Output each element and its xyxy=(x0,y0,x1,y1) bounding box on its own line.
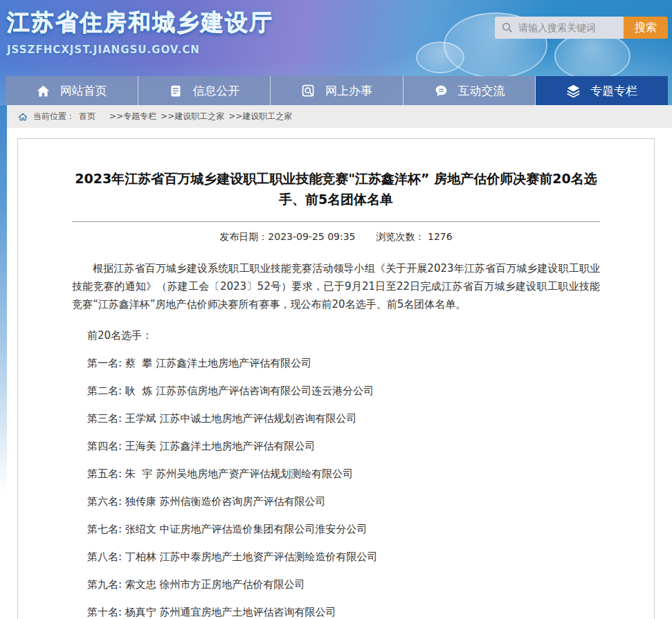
nav-item-label: 网上办事 xyxy=(325,83,372,99)
nav-item-label: 互动交流 xyxy=(458,83,505,99)
rank-item: 第二名: 耿 炼 江苏苏信房地产评估咨询有限公司连云港分公司 xyxy=(72,386,600,396)
nav-item-special-columns[interactable]: 专题专栏 xyxy=(536,76,668,105)
article-card: 2023年江苏省百万城乡建设职工职业技能竞赛"江苏鑫洋杯” 房地产估价师决赛前2… xyxy=(17,138,655,619)
search-icon xyxy=(501,21,514,34)
rank-item: 第八名: 丁柏林 江苏中泰房地产土地资产评估测绘造价有限公司 xyxy=(72,552,600,562)
chat-icon xyxy=(434,84,448,98)
nav-item-label: 网站首页 xyxy=(60,83,107,99)
search-bar: 搜索 xyxy=(495,17,668,39)
rank-item: 第四名: 王海美 江苏鑫洋土地房地产评估有限公司 xyxy=(72,441,600,452)
page: 江苏省住房和城乡建设厅 JSSZFHCXJST.JIANGSU.GOV.CN 搜… xyxy=(0,0,672,619)
rank-item: 第九名: 索文忠 徐州市方正房地产估价有限公司 xyxy=(72,580,600,590)
article-paragraph: 根据江苏省百万城乡建设系统职工职业技能竞赛活动领导小组《关于开展2023年江苏省… xyxy=(72,259,600,313)
rank-item: 第七名: 张绍文 中证房地产评估造价集团有限公司淮安分公司 xyxy=(72,524,600,535)
rank-item: 第一名: 蔡 攀 江苏鑫洋土地房地产评估有限公司 xyxy=(72,358,600,369)
nav-item-label: 信息公开 xyxy=(192,83,239,99)
left-accent-stripe xyxy=(0,105,7,513)
brand: 江苏省住房和城乡建设厅 JSSZFHCXJST.JIANGSU.GOV.CN xyxy=(7,7,273,56)
breadcrumb-item-workers-home[interactable]: >>建设职工之家 xyxy=(161,111,224,122)
nav-item-online-service[interactable]: 网上办事 xyxy=(271,76,403,105)
breadcrumb-item-special-columns[interactable]: >>专题专栏 xyxy=(109,111,156,122)
nav-item-label: 专题专栏 xyxy=(590,83,637,99)
rank-item: 第十名: 杨真宁 苏州通宜房地产土地评估咨询有限公司 xyxy=(72,607,600,618)
nav-item-info-disclosure[interactable]: 信息公开 xyxy=(138,76,271,105)
views-label: 浏览次数： xyxy=(376,231,425,242)
site-header: 江苏省住房和城乡建设厅 JSSZFHCXJST.JIANGSU.GOV.CN 搜… xyxy=(0,0,672,105)
views-value: 1276 xyxy=(428,231,453,242)
publish-date-value: 2023-09-25 09:35 xyxy=(268,231,355,242)
breadcrumb: 当前位置： 首页 >>专题专栏 >>建设职工之家 >>建设职工之家 xyxy=(0,105,672,128)
breadcrumb-item-workers-home-2[interactable]: >>建设职工之家 xyxy=(228,111,292,122)
online-service-icon xyxy=(301,84,316,98)
rank-item: 第六名: 独传康 苏州信衡造价咨询房产评估有限公司 xyxy=(72,497,600,507)
breadcrumb-home-icon xyxy=(18,112,28,122)
site-url: JSSZFHCXJST.JIANGSU.GOV.CN xyxy=(7,44,273,56)
search-input-wrap xyxy=(495,17,624,39)
layers-icon xyxy=(566,84,581,98)
rank-item: 第三名: 王学斌 江苏中诚土地房地产评估规划咨询有限公司 xyxy=(72,414,600,424)
publish-date-label: 发布日期： xyxy=(219,231,268,242)
nav-item-home[interactable]: 网站首页 xyxy=(6,76,138,105)
search-input[interactable] xyxy=(495,17,624,39)
site-title: 江苏省住房和城乡建设厅 xyxy=(7,7,273,38)
building-dome-decor xyxy=(416,41,464,73)
breadcrumb-item-home[interactable]: 首页 xyxy=(79,111,96,122)
home-icon xyxy=(36,84,51,98)
rank-item: 第五名: 朱 宇 苏州吴地房地产资产评估规划测绘有限公司 xyxy=(72,469,600,479)
nav-item-interaction[interactable]: 互动交流 xyxy=(403,76,536,105)
building-dome-decor xyxy=(554,32,630,80)
article-meta: 发布日期：2023-09-25 09:35浏览次数： 1276 xyxy=(72,231,600,243)
title-divider xyxy=(72,221,600,222)
search-button[interactable]: 搜索 xyxy=(624,17,668,39)
main-nav: 网站首页 信息公开 网上办事 xyxy=(6,76,668,105)
breadcrumb-prefix: 当前位置： xyxy=(33,111,75,122)
article-title: 2023年江苏省百万城乡建设职工职业技能竞赛"江苏鑫洋杯” 房地产估价师决赛前2… xyxy=(72,168,600,210)
document-icon xyxy=(168,84,183,98)
rank-list-heading: 前20名选手： xyxy=(72,331,600,341)
